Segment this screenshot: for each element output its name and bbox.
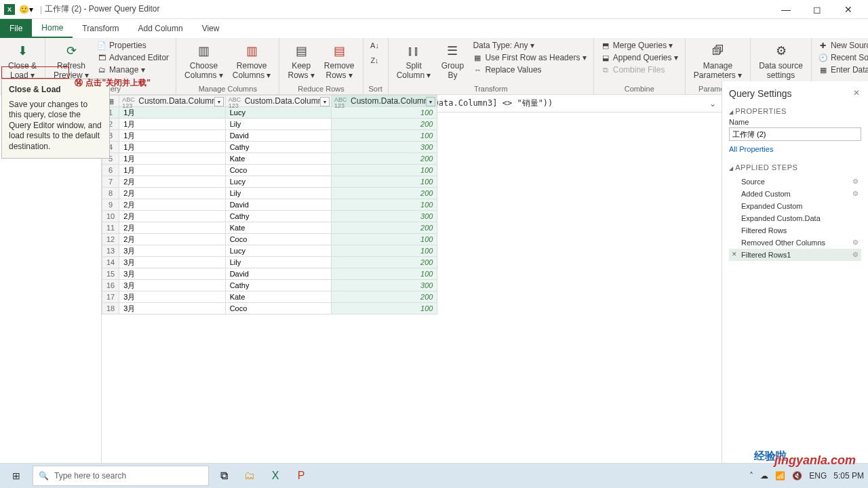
cell[interactable]: 100 xyxy=(332,268,437,280)
step-gear-icon[interactable]: ⚙ xyxy=(852,178,859,185)
table-row[interactable]: 173月Kate200 xyxy=(102,291,437,303)
step-gear-icon[interactable]: ⚙ xyxy=(852,251,859,258)
volume-icon[interactable]: 🔇 xyxy=(792,471,802,481)
choose-columns-button[interactable]: ▥Choose Columns ▾ xyxy=(182,40,226,82)
row-number[interactable]: 15 xyxy=(102,268,119,280)
enter-data-button[interactable]: ▦Enter Data xyxy=(817,64,868,75)
table-row[interactable]: 72月Lucy100 xyxy=(102,176,437,188)
applied-step[interactable]: Filtered Rows1⚙ xyxy=(729,249,861,261)
excel-taskbar-icon[interactable]: X xyxy=(264,466,286,486)
row-number[interactable]: 10 xyxy=(102,211,119,222)
taskbar-search[interactable]: 🔍Type here to search xyxy=(33,466,209,486)
minimize-button[interactable]: — xyxy=(770,0,802,19)
recent-sources-button[interactable]: 🕘Recent Sources ▾ xyxy=(817,52,868,63)
cell[interactable]: 2月 xyxy=(119,234,225,245)
cell[interactable]: Coco xyxy=(225,165,331,176)
cell[interactable]: Cathy xyxy=(225,142,331,153)
cell[interactable]: 3月 xyxy=(119,257,225,268)
append-queries-button[interactable]: ⬓Append Queries ▾ xyxy=(599,52,679,63)
data-grid[interactable]: ▦ ABC123Custom.Data.Column1▾ ABC123Custo… xyxy=(102,95,722,464)
cell[interactable]: 100 xyxy=(332,245,437,257)
remove-rows-button[interactable]: ▤Remove Rows ▾ xyxy=(321,40,357,82)
row-number[interactable]: 7 xyxy=(102,176,119,188)
merge-queries-button[interactable]: ⬒Merge Queries ▾ xyxy=(599,40,679,51)
row-number[interactable]: 12 xyxy=(102,234,119,245)
column-header-1[interactable]: ABC123Custom.Data.Column1▾ xyxy=(119,96,225,107)
step-gear-icon[interactable]: ⚙ xyxy=(852,190,859,197)
cell[interactable]: 100 xyxy=(332,234,437,245)
cell[interactable]: Kate xyxy=(225,291,331,303)
tray-time[interactable]: 5:05 PM xyxy=(833,471,864,481)
cell[interactable]: David xyxy=(225,268,331,280)
cell[interactable]: 2月 xyxy=(119,222,225,234)
tab-view[interactable]: View xyxy=(193,19,229,38)
all-properties-link[interactable]: All Properties xyxy=(729,145,773,153)
applied-step[interactable]: Filtered Rows xyxy=(729,224,861,237)
cell[interactable]: 3月 xyxy=(119,291,225,303)
cell[interactable]: 1月 xyxy=(119,107,225,119)
cell[interactable]: 300 xyxy=(332,280,437,291)
row-number[interactable]: 9 xyxy=(102,199,119,211)
cell[interactable]: 200 xyxy=(332,153,437,165)
cell[interactable]: 100 xyxy=(332,130,437,142)
cell[interactable]: Lily xyxy=(225,119,331,130)
applied-step[interactable]: Source⚙ xyxy=(729,176,861,188)
sort-asc-button[interactable]: A↓ xyxy=(369,40,382,51)
applied-step[interactable]: Added Custom⚙ xyxy=(729,188,861,200)
cell[interactable]: 3月 xyxy=(119,303,225,314)
cell[interactable]: 2月 xyxy=(119,188,225,199)
remove-columns-button[interactable]: ▥Remove Columns ▾ xyxy=(230,40,274,82)
cell[interactable]: Lucy xyxy=(225,176,331,188)
table-row[interactable]: 11月Lucy100 xyxy=(102,107,437,119)
tab-add-column[interactable]: Add Column xyxy=(129,19,193,38)
row-number[interactable]: 16 xyxy=(102,280,119,291)
sort-desc-button[interactable]: Z↓ xyxy=(369,55,382,66)
cell[interactable]: 100 xyxy=(332,199,437,211)
advanced-editor-button[interactable]: 🗔Advanced Editor xyxy=(96,52,170,63)
cell[interactable]: 100 xyxy=(332,107,437,119)
cell[interactable]: 1月 xyxy=(119,165,225,176)
row-number[interactable]: 17 xyxy=(102,291,119,303)
cell[interactable]: 200 xyxy=(332,291,437,303)
system-tray[interactable]: ˄ ☁ 📶 🔇 ENG 5:05 PM xyxy=(749,471,864,481)
tray-chevron-icon[interactable]: ˄ xyxy=(749,471,753,481)
cell[interactable]: Kate xyxy=(225,153,331,165)
applied-steps-header[interactable]: APPLIED STEPS xyxy=(729,163,861,171)
query-name-input[interactable] xyxy=(729,127,861,141)
replace-values-button[interactable]: ↔Replace Values xyxy=(471,64,587,75)
properties-button[interactable]: 📄Properties xyxy=(96,40,170,51)
table-row[interactable]: 112月Kate200 xyxy=(102,222,437,234)
cell[interactable]: 3月 xyxy=(119,245,225,257)
table-row[interactable]: 133月Lucy100 xyxy=(102,245,437,257)
table-row[interactable]: 122月Coco100 xyxy=(102,234,437,245)
cell[interactable]: 1月 xyxy=(119,153,225,165)
step-gear-icon[interactable]: ⚙ xyxy=(852,239,859,246)
cell[interactable]: 1月 xyxy=(119,142,225,153)
cell[interactable]: 100 xyxy=(332,303,437,314)
maximize-button[interactable]: ◻ xyxy=(802,0,833,19)
table-row[interactable]: 21月Lily200 xyxy=(102,119,437,130)
cell[interactable]: 2月 xyxy=(119,176,225,188)
cell[interactable]: 3月 xyxy=(119,280,225,291)
qat-emoji-icon[interactable]: 🙂▾ xyxy=(19,5,33,14)
onedrive-icon[interactable]: ☁ xyxy=(760,471,768,481)
cell[interactable]: 3月 xyxy=(119,268,225,280)
close-button[interactable]: ✕ xyxy=(833,0,864,19)
wifi-icon[interactable]: 📶 xyxy=(775,471,785,481)
tab-home[interactable]: Home xyxy=(32,19,73,38)
keep-rows-button[interactable]: ▤Keep Rows ▾ xyxy=(285,40,317,82)
cell[interactable]: 1月 xyxy=(119,130,225,142)
query-settings-close-button[interactable]: ✕ xyxy=(853,88,860,98)
row-number[interactable]: 11 xyxy=(102,222,119,234)
cell[interactable]: Coco xyxy=(225,234,331,245)
column-header-2[interactable]: ABC123Custom.Data.Column2▾ xyxy=(225,96,331,107)
cell[interactable]: 2月 xyxy=(119,211,225,222)
table-row[interactable]: 153月David100 xyxy=(102,268,437,280)
row-number[interactable]: 14 xyxy=(102,257,119,268)
cell[interactable]: Lily xyxy=(225,257,331,268)
row-number[interactable]: 18 xyxy=(102,303,119,314)
cell[interactable]: Cathy xyxy=(225,211,331,222)
cell[interactable]: Cathy xyxy=(225,280,331,291)
cell[interactable]: 2月 xyxy=(119,199,225,211)
first-row-headers-button[interactable]: ▦Use First Row as Headers ▾ xyxy=(471,52,587,63)
